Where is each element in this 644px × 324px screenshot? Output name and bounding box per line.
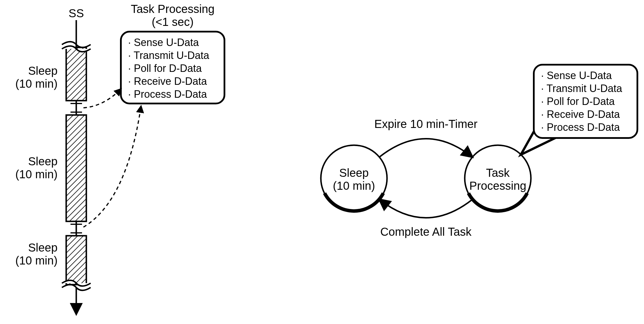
svg-text:· Receive D-Data: · Receive D-Data [128, 75, 207, 87]
state-diagram: Sleep (10 min) Task Processing Expire 10… [321, 65, 637, 238]
task-box-items: · Sense U-Data · Transmit U-Data · Poll … [128, 37, 209, 100]
sleep-label-3-line2: (10 min) [15, 254, 58, 267]
svg-text:· Sense U-Data: · Sense U-Data [541, 70, 612, 81]
arc-expire-timer [380, 139, 472, 157]
callout-item: Sense U-Data [547, 70, 612, 81]
timeline: SS Sleep (10 min) Sleep (10 min) Sl [15, 7, 91, 313]
sleep-node-line1: Sleep [339, 166, 369, 179]
task-item: Poll for D-Data [134, 62, 202, 74]
svg-text:· Poll for D-Data: · Poll for D-Data [541, 95, 615, 107]
svg-text:· Poll for D-Data: · Poll for D-Data [128, 62, 202, 74]
svg-text:· Transmit U-Data: · Transmit U-Data [128, 49, 209, 61]
task-node-line2: Processing [469, 179, 526, 192]
sleep-node-line2: (10 min) [333, 179, 375, 192]
callout-arrow-1 [83, 89, 121, 108]
arc-top-label: Expire 10 min-Timer [374, 118, 478, 130]
diagram-canvas: SS Sleep (10 min) Sleep (10 min) Sl [0, 0, 644, 324]
sleep-label-2-line1: Sleep [28, 155, 58, 168]
callout-item: Poll for D-Data [547, 95, 615, 107]
task-item: Receive D-Data [134, 75, 207, 87]
task-box-title-2: (<1 sec) [152, 16, 194, 28]
callout-item: Transmit U-Data [546, 83, 622, 94]
sleep-label-2-line2: (10 min) [15, 168, 58, 181]
sleep-block-3 [62, 236, 91, 290]
svg-rect-3 [66, 236, 86, 285]
svg-text:· Process D-Data: · Process D-Data [541, 121, 620, 133]
ss-label: SS [68, 7, 84, 20]
callout-item: Process D-Data [547, 121, 620, 133]
svg-rect-2 [66, 47, 86, 101]
task-callout: · Sense U-Data · Transmit U-Data · Poll … [521, 65, 637, 155]
sleep-block-1 [62, 42, 91, 101]
callout-arrow-2 [83, 106, 141, 227]
sleep-label-1-line2: (10 min) [15, 77, 58, 90]
svg-text:· Sense U-Data: · Sense U-Data [128, 37, 199, 48]
svg-text:· Process D-Data: · Process D-Data [128, 88, 207, 100]
task-item: Transmit U-Data [134, 49, 209, 61]
task-item: Sense U-Data [134, 37, 199, 48]
task-processing-group: Task Processing (<1 sec) · Sense U-Data … [83, 3, 224, 227]
svg-text:· Receive D-Data: · Receive D-Data [541, 108, 620, 120]
task-node-line1: Task [486, 166, 510, 179]
sleep-node: Sleep (10 min) [321, 145, 387, 211]
task-item: Process D-Data [134, 88, 207, 100]
svg-text:· Transmit U-Data: · Transmit U-Data [541, 83, 622, 94]
arc-bottom-label: Complete All Task [380, 225, 472, 238]
arc-complete-task [380, 200, 472, 218]
sleep-label-3-line1: Sleep [28, 241, 58, 254]
task-box-title-1: Task Processing [131, 3, 214, 15]
sleep-block-2 [66, 115, 86, 221]
callout-item: Receive D-Data [547, 108, 620, 120]
sleep-label-1-line1: Sleep [28, 64, 58, 77]
